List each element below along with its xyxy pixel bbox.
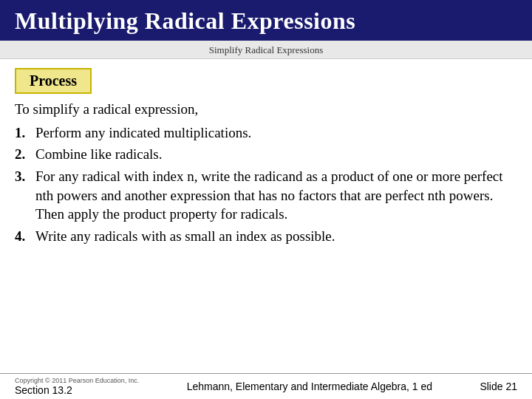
step-3-text: For any radical with index n, write the … [35, 167, 517, 224]
process-box: Process [15, 68, 92, 94]
copyright-text: Copyright © 2011 Pearson Education, Inc. [15, 377, 139, 384]
step-1: 1. Perform any indicated multiplications… [15, 123, 517, 143]
step-1-text: Perform any indicated multiplications. [35, 123, 517, 143]
subtitle-bar: Simplify Radical Expressions [0, 41, 532, 59]
slide: Multiplying Radical Expressions Simplify… [0, 0, 532, 399]
steps-list: 1. Perform any indicated multiplications… [15, 123, 517, 246]
footer-slide: Slide 21 [480, 381, 517, 392]
subtitle: Simplify Radical Expressions [209, 44, 324, 55]
content-area: Process To simplify a radical expression… [0, 59, 532, 373]
main-title: Multiplying Radical Expressions [15, 7, 517, 35]
step-4-text: Write any radicals with as small an inde… [35, 227, 517, 246]
step-4-number: 4. [15, 227, 35, 246]
intro-text: To simplify a radical expression, [15, 100, 517, 119]
header: Multiplying Radical Expressions [0, 0, 532, 41]
footer-left: Copyright © 2011 Pearson Education, Inc.… [15, 377, 139, 396]
step-2-text: Combine like radicals. [35, 145, 517, 164]
step-2: 2. Combine like radicals. [15, 145, 517, 164]
footer-book: Lehmann, Elementary and Intermediate Alg… [187, 381, 432, 392]
footer: Copyright © 2011 Pearson Education, Inc.… [0, 373, 532, 399]
step-3: 3. For any radical with index n, write t… [15, 167, 517, 224]
step-1-number: 1. [15, 123, 35, 143]
step-3-number: 3. [15, 167, 35, 186]
step-2-number: 2. [15, 145, 35, 164]
section-label: Section 13.2 [15, 384, 139, 396]
step-4: 4. Write any radicals with as small an i… [15, 227, 517, 246]
